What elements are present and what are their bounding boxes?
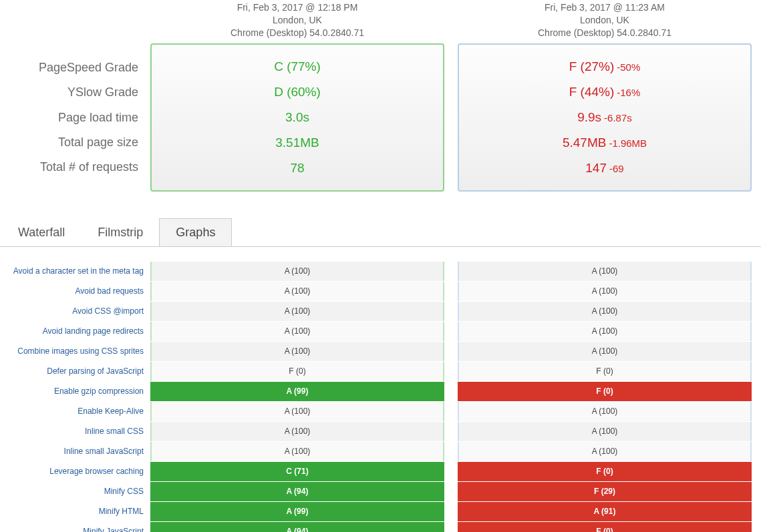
tab-graphs[interactable]: Graphs bbox=[159, 218, 232, 246]
rule-row: Avoid bad requestsA (100)A (100) bbox=[0, 282, 761, 302]
rule-link[interactable]: Combine images using CSS sprites bbox=[17, 346, 144, 356]
rule-row: Inline small CSSA (100)A (100) bbox=[0, 422, 761, 442]
run-timestamp: Fri, Feb 3, 2017 @ 12:18 PM bbox=[150, 1, 444, 14]
rules-table: Avoid a character set in the meta tagA (… bbox=[0, 262, 761, 532]
run-browser: Chrome (Desktop) 54.0.2840.71 bbox=[458, 27, 752, 39]
rule-link[interactable]: Enable Keep-Alive bbox=[78, 407, 144, 416]
rule-cell-right: A (100) bbox=[458, 402, 752, 421]
summary-box-left: C (77%) D (60%) 3.0s 3.51MB 78 bbox=[150, 43, 444, 192]
rule-row: Avoid CSS @importA (100)A (100) bbox=[0, 302, 761, 322]
rule-row: Enable gzip compressionA (99)F (0) bbox=[0, 382, 761, 402]
rule-cell-left: A (100) bbox=[150, 402, 444, 421]
rule-link[interactable]: Enable gzip compression bbox=[54, 386, 144, 396]
run-timestamp: Fri, Feb 3, 2017 @ 11:23 AM bbox=[458, 1, 752, 14]
summary-labels: PageSpeed Grade YSlow Grade Page load ti… bbox=[0, 43, 150, 192]
rule-label: Enable gzip compression bbox=[0, 382, 150, 401]
rule-cell-left: A (99) bbox=[150, 382, 444, 401]
rule-cell-left: A (100) bbox=[150, 442, 444, 461]
rule-label: Avoid bad requests bbox=[0, 282, 150, 301]
rule-label: Minify CSS bbox=[0, 482, 150, 501]
rule-cell-right: A (91) bbox=[458, 502, 752, 521]
metric-loadtime: 9.9s-6.87s bbox=[459, 105, 750, 129]
rule-cell-right: A (100) bbox=[458, 342, 752, 361]
rule-cell-left: A (94) bbox=[150, 522, 444, 532]
rule-link[interactable]: Leverage browser caching bbox=[49, 467, 144, 476]
run-meta-left: Fri, Feb 3, 2017 @ 12:18 PM London, UK C… bbox=[150, 0, 444, 39]
rule-link[interactable]: Minify CSS bbox=[104, 487, 144, 496]
rule-link[interactable]: Defer parsing of JavaScript bbox=[47, 366, 144, 376]
top-meta-row: Fri, Feb 3, 2017 @ 12:18 PM London, UK C… bbox=[0, 0, 761, 39]
summary-row: PageSpeed Grade YSlow Grade Page load ti… bbox=[0, 43, 761, 192]
run-browser: Chrome (Desktop) 54.0.2840.71 bbox=[150, 27, 444, 39]
metric-pagespeed: F (27%)-50% bbox=[459, 55, 750, 78]
rule-row: Avoid a character set in the meta tagA (… bbox=[0, 262, 761, 282]
run-meta-right: Fri, Feb 3, 2017 @ 11:23 AM London, UK C… bbox=[458, 0, 752, 39]
metric-yslow: D (60%) bbox=[152, 80, 443, 103]
rule-label: Avoid landing page redirects bbox=[0, 322, 150, 341]
metric-pagespeed: C (77%) bbox=[152, 55, 443, 78]
rule-link[interactable]: Avoid bad requests bbox=[75, 286, 144, 296]
rule-label: Defer parsing of JavaScript bbox=[0, 362, 150, 381]
rule-row: Minify HTMLA (99)A (91) bbox=[0, 502, 761, 522]
rule-label: Leverage browser caching bbox=[0, 462, 150, 481]
rule-link[interactable]: Minify HTML bbox=[99, 507, 144, 516]
rule-label: Avoid CSS @import bbox=[0, 302, 150, 321]
metric-loadtime: 3.0s bbox=[152, 105, 443, 129]
rule-label: Minify HTML bbox=[0, 502, 150, 521]
rule-cell-left: A (100) bbox=[150, 282, 444, 301]
rule-cell-left: A (94) bbox=[150, 482, 444, 501]
rule-cell-right: F (0) bbox=[458, 462, 752, 481]
rule-row: Enable Keep-AliveA (100)A (100) bbox=[0, 402, 761, 422]
rule-row: Leverage browser cachingC (71)F (0) bbox=[0, 462, 761, 482]
rule-label: Enable Keep-Alive bbox=[0, 402, 150, 421]
page-root: Fri, Feb 3, 2017 @ 12:18 PM London, UK C… bbox=[0, 0, 761, 532]
summary-box-right: F (27%)-50% F (44%)-16% 9.9s-6.87s 5.47M… bbox=[458, 43, 752, 192]
rule-label: Avoid a character set in the meta tag bbox=[0, 262, 150, 281]
rule-cell-right: F (0) bbox=[458, 362, 752, 381]
label-loadtime: Page load time bbox=[0, 106, 138, 129]
rule-cell-left: A (99) bbox=[150, 502, 444, 521]
rule-link[interactable]: Minify JavaScript bbox=[83, 527, 144, 532]
rule-cell-left: C (71) bbox=[150, 462, 444, 481]
rule-link[interactable]: Inline small CSS bbox=[85, 427, 144, 436]
run-location: London, UK bbox=[150, 14, 444, 27]
rule-link[interactable]: Avoid landing page redirects bbox=[43, 326, 144, 336]
tab-filmstrip[interactable]: Filmstrip bbox=[81, 218, 160, 246]
metric-pagesize: 3.51MB bbox=[152, 131, 443, 154]
label-requests: Total # of requests bbox=[0, 156, 138, 178]
rule-cell-right: A (100) bbox=[458, 422, 752, 441]
run-location: London, UK bbox=[458, 14, 752, 27]
rule-cell-right: A (100) bbox=[458, 442, 752, 461]
rule-cell-right: A (100) bbox=[458, 302, 752, 321]
rule-cell-left: A (100) bbox=[150, 342, 444, 361]
rule-row: Combine images using CSS spritesA (100)A… bbox=[0, 342, 761, 362]
rule-row: Minify JavaScriptA (94)F (0) bbox=[0, 522, 761, 532]
rule-cell-left: A (100) bbox=[150, 422, 444, 441]
rule-cell-right: F (29) bbox=[458, 482, 752, 501]
rule-cell-left: A (100) bbox=[150, 262, 444, 281]
rule-cell-left: F (0) bbox=[150, 362, 444, 381]
rule-cell-right: F (0) bbox=[458, 522, 752, 532]
rule-row: Minify CSSA (94)F (29) bbox=[0, 482, 761, 502]
rule-label: Inline small JavaScript bbox=[0, 442, 150, 461]
rule-cell-left: A (100) bbox=[150, 322, 444, 341]
label-yslow: YSlow Grade bbox=[0, 81, 138, 103]
rule-row: Avoid landing page redirectsA (100)A (10… bbox=[0, 322, 761, 342]
rule-link[interactable]: Avoid a character set in the meta tag bbox=[13, 266, 144, 276]
tabs: Waterfall Filmstrip Graphs bbox=[0, 218, 761, 247]
rule-link[interactable]: Inline small JavaScript bbox=[64, 447, 144, 456]
metric-yslow: F (44%)-16% bbox=[459, 80, 750, 103]
rule-link[interactable]: Avoid CSS @import bbox=[72, 306, 144, 316]
rule-label: Minify JavaScript bbox=[0, 522, 150, 532]
rule-cell-right: F (0) bbox=[458, 382, 752, 401]
rule-label: Inline small CSS bbox=[0, 422, 150, 441]
tab-waterfall[interactable]: Waterfall bbox=[1, 218, 82, 246]
metric-requests: 78 bbox=[152, 156, 443, 180]
rule-row: Defer parsing of JavaScriptF (0)F (0) bbox=[0, 362, 761, 382]
rule-cell-right: A (100) bbox=[458, 282, 752, 301]
rule-cell-left: A (100) bbox=[150, 302, 444, 321]
rule-cell-right: A (100) bbox=[458, 322, 752, 341]
label-pagesize: Total page size bbox=[0, 131, 138, 154]
metric-requests: 147-69 bbox=[459, 156, 750, 180]
rule-cell-right: A (100) bbox=[458, 262, 752, 281]
